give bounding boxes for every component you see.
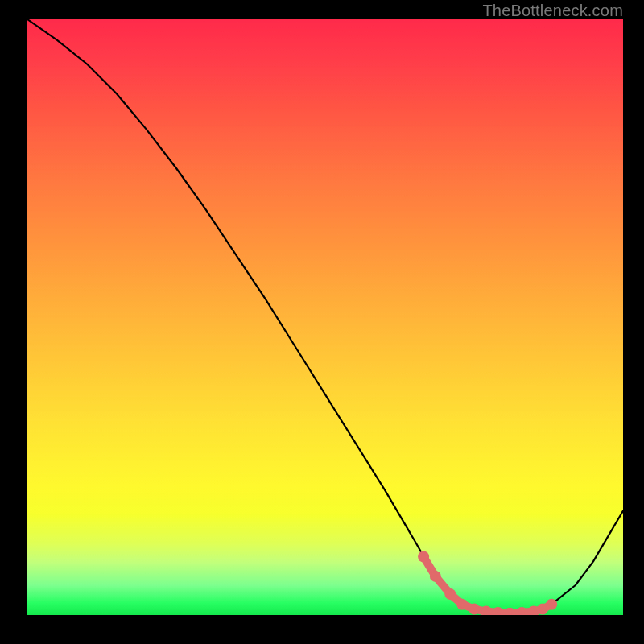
optimal-zone-dot — [528, 606, 539, 615]
optimal-zone-dot — [537, 604, 548, 615]
bottleneck-curve — [27, 19, 623, 613]
optimal-zone-dot — [516, 607, 527, 615]
optimal-zone-dot — [493, 607, 504, 615]
optimal-zone-dot — [418, 551, 429, 562]
optimal-zone-dot — [456, 599, 468, 610]
optimal-zone-dot — [546, 599, 557, 610]
optimal-zone-dot — [481, 606, 492, 615]
optimal-zone-dot — [444, 588, 456, 600]
optimal-zone-dot — [469, 604, 480, 615]
optimal-zone-dot — [504, 608, 515, 615]
optimal-zone-dot — [430, 571, 441, 582]
attribution-text: TheBottleneck.com — [482, 2, 623, 20]
chart-container: TheBottleneck.com — [0, 0, 644, 644]
plot-area — [27, 19, 623, 615]
optimal-zone-stroke — [423, 556, 551, 613]
optimal-zone-markers — [418, 551, 557, 615]
chart-overlay — [27, 19, 623, 615]
